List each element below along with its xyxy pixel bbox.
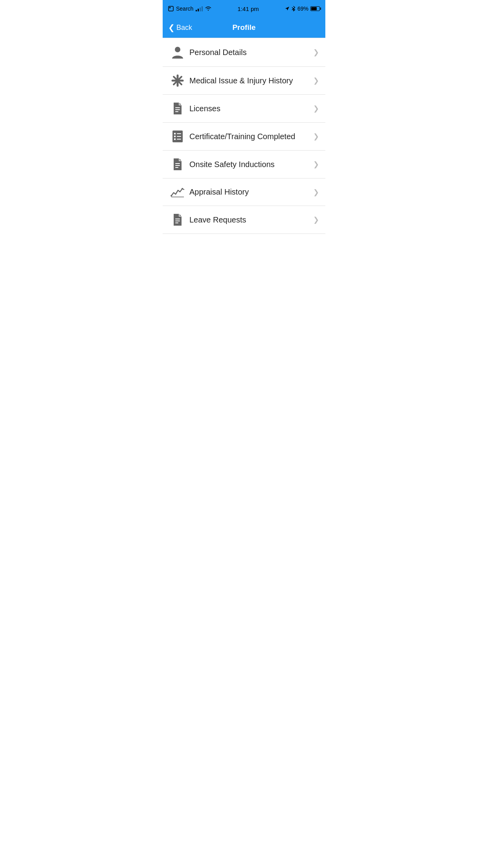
- chevron-right-icon: ❯: [313, 215, 319, 224]
- document-icon: [169, 102, 186, 115]
- svg-point-22: [171, 195, 172, 197]
- menu-item-personal-details[interactable]: Personal Details ❯: [163, 38, 325, 67]
- svg-rect-25: [175, 219, 180, 219]
- nav-bar: ❮ Back Profile: [163, 17, 325, 38]
- svg-rect-0: [169, 6, 173, 11]
- blank-area: [163, 234, 325, 391]
- menu-item-label: Appraisal History: [189, 188, 313, 197]
- menu-item-label: Leave Requests: [189, 215, 313, 224]
- svg-rect-21: [175, 167, 178, 168]
- back-chevron-icon: ❮: [168, 24, 175, 31]
- svg-rect-16: [177, 136, 181, 137]
- chevron-right-icon: ❯: [313, 76, 319, 85]
- menu-item-onsite-safety[interactable]: Onsite Safety Inductions ❯: [163, 151, 325, 178]
- svg-point-23: [182, 188, 183, 189]
- nav-title: Profile: [232, 23, 255, 32]
- document-icon: [169, 213, 186, 226]
- menu-item-certificate-training[interactable]: Certificate/Training Completed ❯: [163, 123, 325, 151]
- signal-bars-icon: [196, 6, 203, 11]
- status-time: 1:41 pm: [238, 6, 259, 12]
- svg-rect-26: [175, 221, 180, 221]
- svg-rect-19: [175, 163, 180, 164]
- status-bar: Search 1:41 pm 69%: [163, 0, 325, 17]
- svg-rect-10: [175, 109, 180, 110]
- battery-icon: [310, 6, 320, 11]
- app-icon: [168, 6, 174, 11]
- bluetooth-icon: [292, 6, 295, 11]
- menu-item-label: Medical Issue & Injury History: [189, 76, 313, 85]
- svg-rect-27: [175, 223, 178, 223]
- list-document-icon: [169, 130, 186, 143]
- status-right: 69%: [285, 6, 320, 12]
- menu-item-label: Personal Details: [189, 48, 313, 57]
- back-label: Back: [176, 24, 192, 32]
- menu-item-appraisal-history[interactable]: Appraisal History ❯: [163, 178, 325, 206]
- menu-item-licenses[interactable]: Licenses ❯: [163, 95, 325, 123]
- svg-rect-9: [175, 107, 180, 108]
- back-button[interactable]: ❮ Back: [168, 24, 192, 32]
- menu-item-label: Licenses: [189, 104, 313, 113]
- status-left: Search: [168, 6, 211, 12]
- carrier-label: Search: [176, 6, 193, 12]
- menu-item-leave-requests[interactable]: Leave Requests ❯: [163, 206, 325, 234]
- chevron-right-icon: ❯: [313, 188, 319, 197]
- svg-rect-14: [177, 133, 181, 134]
- chart-icon: [169, 187, 186, 197]
- menu-item-label: Onsite Safety Inductions: [189, 160, 313, 169]
- svg-rect-1: [169, 7, 171, 8]
- svg-rect-20: [175, 165, 180, 166]
- medical-icon: [169, 74, 186, 87]
- chevron-right-icon: ❯: [313, 48, 319, 57]
- chevron-right-icon: ❯: [313, 104, 319, 113]
- person-icon: [169, 45, 186, 59]
- menu-item-medical-issue[interactable]: Medical Issue & Injury History ❯: [163, 67, 325, 95]
- document-icon: [169, 158, 186, 171]
- svg-rect-15: [174, 136, 176, 137]
- menu-list: Personal Details ❯ Medical Issue & Injur…: [163, 38, 325, 234]
- location-icon: [285, 6, 290, 11]
- chevron-right-icon: ❯: [313, 132, 319, 141]
- svg-rect-13: [174, 133, 176, 134]
- battery-percentage: 69%: [297, 6, 308, 12]
- wifi-icon: [205, 6, 211, 12]
- menu-item-label: Certificate/Training Completed: [189, 132, 313, 141]
- svg-point-2: [175, 47, 180, 52]
- svg-rect-18: [177, 139, 181, 140]
- chevron-right-icon: ❯: [313, 160, 319, 169]
- svg-rect-17: [174, 138, 176, 140]
- svg-rect-11: [175, 111, 178, 112]
